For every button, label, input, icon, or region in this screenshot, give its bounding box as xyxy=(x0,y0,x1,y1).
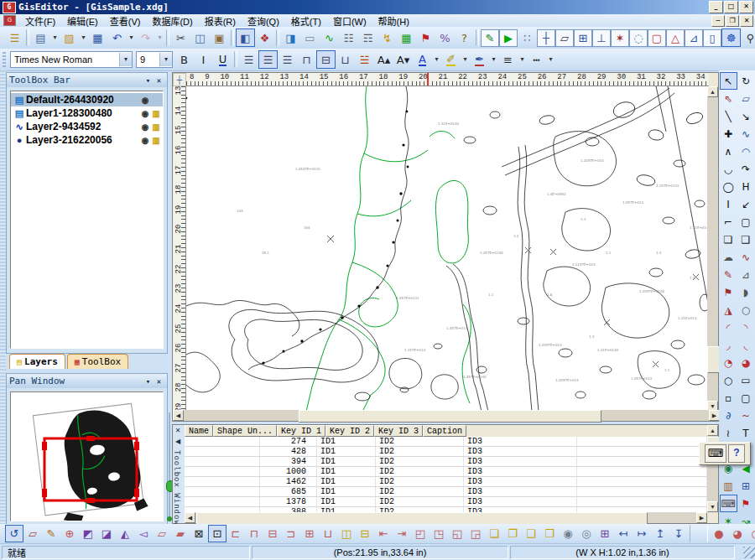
d-shape-icon[interactable]: ◗ xyxy=(737,283,755,301)
scrollbar-thumb[interactable] xyxy=(196,512,648,525)
bring-forward-icon[interactable]: ❑ xyxy=(522,525,540,542)
new-dropdown-icon[interactable]: ▾ xyxy=(50,29,60,47)
mdi-restore-button[interactable]: ❐ xyxy=(726,15,739,27)
align-hcenter-icon[interactable]: ⊟ xyxy=(263,525,282,542)
eye-icon[interactable]: ◉ xyxy=(139,122,151,132)
menu-item[interactable]: 帮助(H) xyxy=(372,13,415,29)
distribute-h-icon[interactable]: ◫ xyxy=(337,525,356,542)
rect-rotate-icon[interactable]: ▱ xyxy=(153,525,171,542)
scroll-up-icon[interactable]: ▲ xyxy=(707,425,718,436)
line-tool-icon[interactable]: ╲ xyxy=(720,107,737,125)
align-bottom-icon[interactable]: ⊔ xyxy=(336,50,355,69)
open-icon[interactable]: ▨ xyxy=(60,29,79,47)
menu-item[interactable]: 格式(T) xyxy=(285,13,327,29)
menu-item[interactable]: 编辑(E) xyxy=(61,13,104,29)
cross-tool-icon[interactable]: ✚ xyxy=(720,125,737,143)
new-drawing-icon[interactable]: ▤ xyxy=(31,29,50,47)
scroll-down-icon[interactable]: ▼ xyxy=(707,501,718,512)
rect-tool-icon[interactable]: ▭ xyxy=(737,371,755,389)
line-style-dropdown-icon[interactable]: ▾ xyxy=(546,50,555,69)
maximize-button[interactable]: □ xyxy=(724,1,738,13)
corner-br-icon[interactable]: ◲ xyxy=(466,525,485,542)
picture-icon[interactable]: ▥ xyxy=(720,477,737,495)
keyboard-icon[interactable]: ⌨ xyxy=(705,444,726,463)
map-horizontal-scrollbar[interactable]: ◀ ▶ xyxy=(173,410,720,421)
rotate-free-icon[interactable]: ↺ xyxy=(5,525,23,542)
help-icon[interactable]: ? xyxy=(728,444,745,463)
font-decrease-icon[interactable]: A▾ xyxy=(393,50,413,69)
align-top-icon[interactable]: ⊓ xyxy=(297,50,316,69)
shape-select-icon[interactable]: ▱ xyxy=(737,90,755,107)
italic-icon[interactable]: I xyxy=(194,50,213,69)
mdi-close-button[interactable]: ✕ xyxy=(740,15,753,27)
map-vertical-scrollbar[interactable]: ▲ ▼ xyxy=(707,86,718,412)
unlock-icon[interactable]: ⊡ xyxy=(208,525,226,542)
toolbar-grip[interactable] xyxy=(3,52,6,67)
same-height-icon[interactable]: ↥ xyxy=(651,525,669,542)
keyboard-icon[interactable]: ⌨ xyxy=(720,495,737,512)
red-poly-icon[interactable]: ⚑ xyxy=(737,495,755,512)
run-icon[interactable]: ▶ xyxy=(499,29,518,47)
panel-menu-button[interactable]: ▾ xyxy=(143,76,154,85)
select-drag-icon[interactable]: ⊿ xyxy=(685,29,703,47)
combine-icon[interactable]: ◉ xyxy=(559,525,577,542)
arc-red4-icon[interactable]: ◟ xyxy=(737,336,755,354)
ink-icon[interactable]: ✎ xyxy=(720,266,737,283)
orbit-icon[interactable]: ⊕ xyxy=(60,525,79,542)
select-arrow-icon[interactable]: ↖ xyxy=(720,72,737,90)
font-color-icon[interactable]: A xyxy=(413,50,432,69)
table-header-cell[interactable]: Key ID 1 xyxy=(277,425,325,437)
axis-icon[interactable]: ⊥ xyxy=(592,29,611,47)
rounded-rect-icon[interactable]: ▢ xyxy=(737,213,755,231)
collapse-left-icon[interactable]: ◀ xyxy=(173,437,183,447)
arc-red2-icon[interactable]: ◝ xyxy=(737,319,755,336)
underline-icon[interactable]: U xyxy=(213,50,232,69)
layer-database-icon[interactable]: ▥ xyxy=(151,109,161,118)
rotate-shape-icon[interactable]: ▱ xyxy=(23,525,42,542)
font-size-combo[interactable]: 9 ▾ xyxy=(136,51,173,68)
intersect-icon[interactable]: ◕ xyxy=(728,525,747,542)
table-icon[interactable]: ⊞ xyxy=(737,477,755,495)
half-shape-icon[interactable]: ◮ xyxy=(720,301,737,319)
undo-icon[interactable]: ↶ xyxy=(107,29,127,47)
arc-tool-icon[interactable]: ◠ xyxy=(737,143,755,160)
scroll-left-icon[interactable]: ◀ xyxy=(185,512,195,523)
layer-row-2[interactable]: ∿ Layer2-9434592 ◉ ▥ xyxy=(11,120,163,133)
measure-icon[interactable]: ▭ xyxy=(300,29,320,47)
lock-icon[interactable]: ⊠ xyxy=(190,525,208,542)
wedge-shape-icon[interactable]: ⊿ xyxy=(737,266,755,283)
menu-item[interactable]: 报表(R) xyxy=(199,13,242,29)
flip-v-icon[interactable]: ◭ xyxy=(116,525,134,542)
dots-grid-icon[interactable]: ∷ xyxy=(518,29,537,47)
pie-tool-icon[interactable]: ◔ xyxy=(720,354,737,371)
table-horizontal-scrollbar[interactable]: ◀ ▶ xyxy=(185,512,707,523)
bring-front-icon[interactable]: ❏ xyxy=(485,525,503,542)
ellipse-tool-icon[interactable]: ◯ xyxy=(720,178,737,195)
arc-red3-icon[interactable]: ◞ xyxy=(720,336,737,354)
callout2-icon[interactable]: ❑ xyxy=(737,231,755,248)
hbar-tool-icon[interactable]: H xyxy=(737,178,755,195)
zoom-icon[interactable]: ⚲ xyxy=(741,29,755,47)
panel-close-button[interactable]: ✕ xyxy=(154,377,164,386)
arrow-sw-icon[interactable]: ↙ xyxy=(737,195,755,213)
panel-menu-button[interactable]: ▾ xyxy=(143,377,154,386)
print-icon[interactable]: ☷ xyxy=(339,29,358,47)
squiggle-icon[interactable]: ≀ xyxy=(720,424,737,442)
scrollbar-thumb[interactable] xyxy=(299,410,601,423)
layer-database-icon[interactable]: ▥ xyxy=(151,122,161,132)
import-wizard-icon[interactable]: ❖ xyxy=(255,29,274,47)
align-bottom-edge-icon[interactable]: ⊔ xyxy=(319,525,337,542)
fill-dropdown-icon[interactable]: ▾ xyxy=(489,50,498,69)
help-icon[interactable]: ? xyxy=(455,29,474,47)
distribute-v-icon[interactable]: ⊟ xyxy=(356,525,374,542)
open-dropdown-icon[interactable]: ▾ xyxy=(79,29,88,47)
resize-grip[interactable] xyxy=(743,547,755,558)
panel-grip[interactable] xyxy=(0,70,6,524)
union-icon[interactable]: ● xyxy=(710,525,728,542)
send-backward-icon[interactable]: ❒ xyxy=(540,525,559,542)
arc-red-icon[interactable]: ◜ xyxy=(720,319,737,336)
line-style-icon[interactable]: ┅ xyxy=(527,50,546,69)
scroll-left-icon[interactable]: ◀ xyxy=(173,410,184,421)
menu-item[interactable]: 查看(V) xyxy=(104,13,147,29)
corner-tr-icon[interactable]: ◳ xyxy=(430,525,448,542)
